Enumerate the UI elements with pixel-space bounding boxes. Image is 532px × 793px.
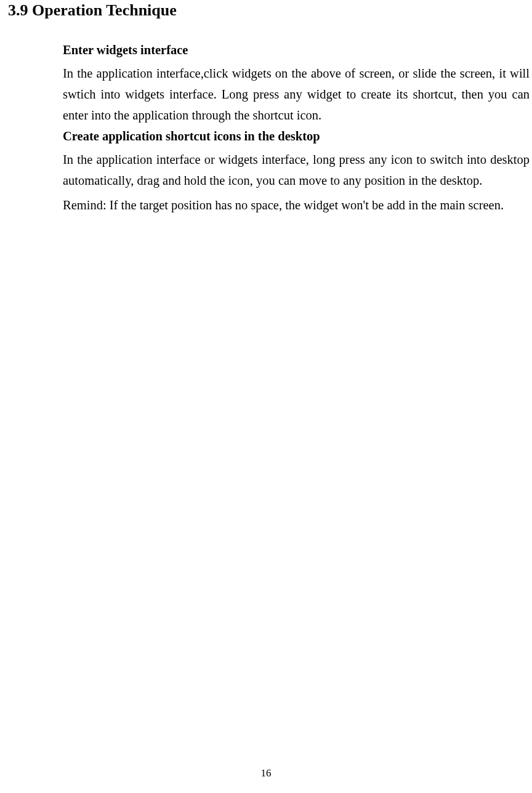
- body-text-1: In the application interface,click widge…: [63, 63, 530, 126]
- subheading-2: Create application shortcut icons in the…: [63, 129, 530, 143]
- content-block: Enter widgets interface In the applicati…: [63, 43, 530, 216]
- body-text-2: In the application interface or widgets …: [63, 150, 530, 191]
- subheading-1: Enter widgets interface: [63, 43, 530, 57]
- page-number: 16: [0, 767, 532, 779]
- body-text-3: Remind: If the target position has no sp…: [63, 195, 530, 216]
- section-heading: 3.9 Operation Technique: [8, 0, 532, 20]
